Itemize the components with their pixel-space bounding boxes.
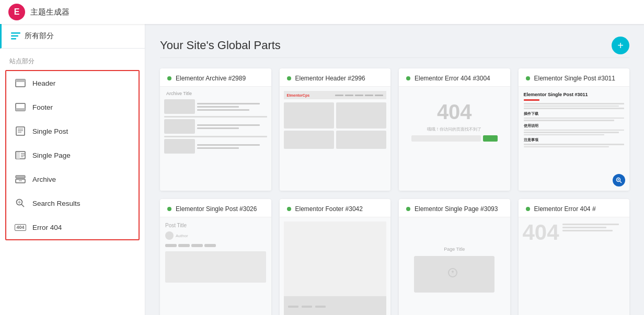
status-dot — [167, 207, 171, 211]
card-header: Elementor Footer #3042 — [280, 199, 391, 217]
status-dot — [406, 207, 410, 211]
main-layout: 所有部分 站点部分 Header Footer Single Post — [0, 24, 644, 315]
single-post-icon — [15, 125, 26, 137]
sidebar-item-error-404[interactable]: 404 Error 404 — [6, 215, 139, 239]
search-results-icon — [15, 197, 26, 209]
status-dot — [526, 207, 530, 211]
app-title: 主题生成器 — [30, 7, 70, 17]
sidebar-item-single-page[interactable]: Single Page — [6, 143, 139, 167]
card-title: Elementor Footer #3042 — [295, 205, 363, 213]
card-error404-3004[interactable]: Elementor Error 404 #3004 404 哦哦！你访问的页面找… — [399, 68, 510, 191]
all-parts-label: 所有部分 — [25, 31, 54, 41]
cards-grid-row1: Elementor Archive #2989 Archive Title — [160, 68, 629, 191]
sidebar-item-footer[interactable]: Footer — [6, 95, 139, 119]
card-title: Elementor Error 404 #3004 — [415, 75, 490, 82]
card-header: Elementor Header #2996 — [280, 68, 391, 86]
sidebar: 所有部分 站点部分 Header Footer Single Post — [0, 24, 145, 315]
error404-preview: 404 哦哦！你访问的页面找不到了 — [403, 91, 506, 142]
card-title: Elementor Header #2996 — [295, 75, 365, 82]
svg-rect-16 — [16, 176, 25, 178]
sidebar-item-archive-label: Archive — [32, 176, 56, 183]
status-dot — [167, 76, 171, 80]
app-logo: E — [8, 4, 25, 20]
card-error404-row2[interactable]: Elementor Error 404 # 404 — [519, 199, 630, 315]
sidebar-item-header-label: Header — [32, 79, 55, 87]
sidebar-item-header[interactable]: Header — [6, 71, 139, 95]
card-preview: ElmentorCps — [280, 86, 391, 191]
footer-icon — [15, 101, 26, 113]
svg-rect-4 — [16, 79, 25, 82]
status-dot — [526, 76, 530, 80]
card-header: Elementor Archive #2989 — [160, 68, 271, 86]
sidebar-item-search-results[interactable]: Search Results — [6, 191, 139, 215]
card-single-post-3026[interactable]: Elementor Single Post #3026 Post Title A… — [160, 199, 271, 315]
card-header: Elementor Single Post #3026 — [160, 199, 271, 217]
status-dot — [406, 76, 410, 80]
card-header-2996[interactable]: Elementor Header #2996 ElmentorCps — [280, 68, 391, 191]
content-header: Your Site's Global Parts + — [160, 37, 629, 54]
preview-logo-text: ElmentorCps — [287, 94, 310, 97]
zoom-button[interactable] — [613, 174, 625, 186]
sidebar-section-title: 站点部分 — [0, 49, 145, 70]
card-header: Elementor Error 404 #3004 — [399, 68, 510, 86]
card-preview — [280, 217, 391, 315]
card-header: Elementor Error 404 # — [519, 199, 630, 217]
card-preview: Page Title — [399, 217, 510, 315]
sidebar-items-box: Header Footer Single Post Single Page — [5, 70, 140, 240]
card-preview: 404 哦哦！你访问的页面找不到了 — [399, 86, 510, 191]
archive-preview: Archive Title — [164, 91, 267, 156]
sidebar-all-parts[interactable]: 所有部分 — [0, 24, 145, 49]
card-archive-2989[interactable]: Elementor Archive #2989 Archive Title — [160, 68, 271, 191]
card-footer-3042[interactable]: Elementor Footer #3042 — [280, 199, 391, 315]
card-title: Elementor Single Post #3026 — [176, 205, 257, 213]
sidebar-item-footer-label: Footer — [32, 103, 53, 111]
card-header: Elementor Single Post #3011 — [519, 68, 630, 86]
card-title: Elementor Error 404 # — [534, 205, 596, 213]
sidebar-item-search-results-label: Search Results — [32, 200, 80, 207]
content-divider — [160, 57, 629, 58]
svg-line-20 — [21, 204, 24, 207]
sidebar-item-single-post[interactable]: Single Post — [6, 119, 139, 143]
single-post-preview: Elementor Single Post #3011 插件下载 使用说明 注意… — [523, 91, 626, 149]
svg-line-24 — [620, 181, 622, 183]
card-title: Elementor Single Post #3011 — [534, 75, 615, 82]
card-preview: Archive Title — [160, 86, 271, 191]
page-title: Your Site's Global Parts — [160, 39, 281, 52]
add-button[interactable]: + — [612, 37, 629, 54]
svg-rect-12 — [16, 152, 20, 159]
header-preview: ElmentorCps — [284, 91, 387, 149]
header-icon — [15, 77, 26, 89]
topbar: E 主题生成器 — [0, 0, 644, 24]
status-dot — [287, 207, 291, 211]
archive-icon — [15, 173, 26, 185]
all-parts-icon — [11, 32, 20, 40]
svg-rect-0 — [11, 32, 20, 34]
status-dot — [287, 76, 291, 80]
svg-rect-7 — [16, 127, 25, 135]
svg-rect-2 — [11, 38, 16, 40]
card-title: Elementor Single Page #3093 — [415, 205, 498, 213]
card-header: Elementor Single Page #3093 — [399, 199, 510, 217]
svg-rect-1 — [11, 36, 18, 37]
sidebar-item-archive[interactable]: Archive — [6, 167, 139, 191]
content-area: Your Site's Global Parts + Elementor Arc… — [145, 24, 644, 315]
svg-point-28 — [452, 271, 454, 273]
error-404-icon: 404 — [15, 221, 26, 233]
sidebar-item-single-page-label: Single Page — [32, 151, 71, 159]
single-page-icon — [15, 149, 26, 161]
svg-rect-6 — [16, 108, 25, 111]
sidebar-item-error-404-label: Error 404 — [32, 224, 62, 231]
sidebar-item-single-post-label: Single Post — [32, 127, 68, 135]
cards-grid-row2: Elementor Single Post #3026 Post Title A… — [160, 199, 629, 315]
card-single-page-3093[interactable]: Elementor Single Page #3093 Page Title — [399, 199, 510, 315]
card-single-post-3011[interactable]: Elementor Single Post #3011 Elementor Si… — [519, 68, 630, 191]
card-title: Elementor Archive #2989 — [176, 75, 246, 82]
card-preview: Post Title Author — [160, 217, 271, 315]
card-preview: 404 — [519, 217, 630, 315]
card-preview: Elementor Single Post #3011 插件下载 使用说明 注意… — [519, 86, 630, 191]
